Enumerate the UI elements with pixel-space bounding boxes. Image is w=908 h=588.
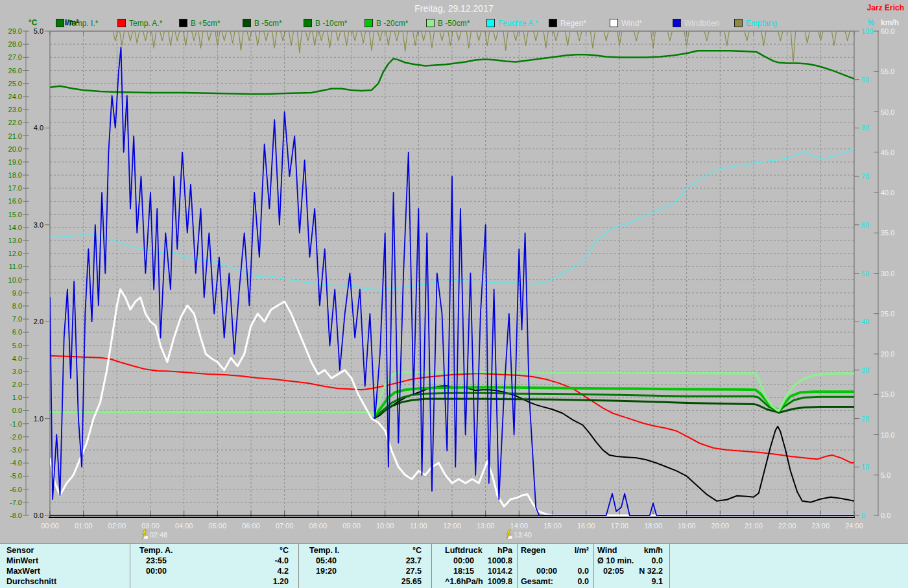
time-marker: 02:48 [143,530,168,539]
time-tick-label: 22:00 [778,522,796,530]
windspeed-tick-label: 15.0 [881,390,894,398]
temp-tick-label: 23.0 [8,106,22,113]
windspeed-tick-label: 0.0 [881,512,890,519]
windspeed-tick-label: 30.0 [881,270,894,277]
time-tick-label: 19:00 [678,522,696,530]
windspeed-tick-label: 60.0 [881,27,894,35]
temp-tick-label: 24.0 [8,93,22,100]
table-separator [130,544,130,588]
windspeed-tick-label: 5.0 [881,471,890,479]
time-tick-label: 03:00 [141,522,160,530]
stat-value: N 32.2 [639,567,663,576]
stat-column-header: Temp. A. [139,546,173,555]
percent-tick-label: 50 [861,270,869,277]
temp-tick-label: 11.0 [8,263,22,270]
temp-tick-label: 10.0 [8,276,22,284]
windspeed-tick-label: 25.0 [881,310,894,318]
table-separator [431,544,432,588]
time-tick-label: 16:00 [577,522,595,530]
windspeed-tick-label: 55.0 [881,67,894,75]
stat-value: 0.0 [652,556,663,565]
stat-value: 23.7 [406,556,422,565]
temp-tick-label: 13.0 [8,237,22,244]
time-tick-label: 24:00 [845,522,863,530]
temp-tick-label: 1.0 [12,394,22,401]
temp-tick-label: 28.0 [8,40,22,48]
time-tick-label: 18:00 [644,522,662,530]
temp-tick-label: 21.0 [8,132,22,140]
percent-tick-label: 100 [861,27,873,35]
axes: -8.0-7.0-6.0-5.0-4.0-3.0-2.0-1.00.01.02.… [8,27,895,530]
stat-time: 05:40 [316,556,337,565]
stat-time: 19:20 [316,567,337,576]
windspeed-tick-label: 40.0 [881,189,894,196]
stat-column-header: Wind [597,546,617,555]
time-tick-label: 09:00 [342,522,361,530]
stat-value: 0.0 [578,577,589,586]
temp-tick-label: 2.0 [12,381,22,388]
percent-tick-label: 10 [861,463,869,471]
marker-time-label: 13:40 [514,531,532,539]
temp-tick-label: 7.0 [12,315,22,323]
stat-value: 1014.2 [488,567,512,576]
temp-tick-label: 16.0 [8,197,22,205]
time-tick-label: 12:00 [443,522,461,530]
stat-value: 9.1 [652,577,663,586]
temp-tick-label: 17.0 [8,184,22,192]
temp-tick-label: 8.0 [12,302,22,310]
time-marker: 13:40 [507,530,532,539]
percent-tick-label: 90 [861,76,869,84]
stat-time: 02:05 [603,567,624,576]
temp-tick-label: -1.0 [10,420,22,428]
time-tick-label: 17:00 [611,522,629,530]
stat-time: 00:00 [536,567,557,576]
temp-tick-label: 6.0 [12,328,22,336]
time-tick-label: 06:00 [242,522,260,530]
time-tick-label: 05:00 [209,522,227,530]
rain-tick-label: 4.0 [34,124,43,132]
percent-tick-label: 80 [861,124,869,132]
stat-time: 23:55 [146,556,167,565]
time-tick-label: 21:00 [745,522,763,530]
stat-column-unit: l/m² [575,546,589,555]
windspeed-tick-label: 35.0 [881,229,894,237]
temp-tick-label: 25.0 [8,80,22,88]
windspeed-tick-label: 45.0 [881,148,894,156]
time-tick-label: 00:00 [41,522,59,530]
time-tick-label: 15:00 [544,522,562,530]
percent-tick-label: 40 [861,318,869,325]
stat-column-header: Luftdruck [445,546,483,555]
time-tick-label: 02:00 [108,522,126,530]
temp-tick-label: -7.0 [10,499,22,506]
table-separator [669,544,670,588]
temp-tick-label: 18.0 [8,171,22,179]
time-tick-label: 23:00 [812,522,830,530]
marker-time-label: 02:48 [150,531,168,539]
stat-time: 00:00 [146,567,167,576]
rain-tick-label: 5.0 [34,27,43,35]
percent-tick-label: 70 [861,172,869,180]
rain-tick-label: 0.0 [34,512,43,519]
table-row-label: Durchschnitt [6,577,56,586]
stat-column-unit: km/h [644,546,663,555]
temp-tick-label: 20.0 [8,145,22,153]
temp-tick-label: -3.0 [10,446,22,454]
windspeed-tick-label: 20.0 [881,350,894,358]
stat-time: Gesamt: [521,577,553,586]
temp-tick-label: 0.0 [12,406,22,414]
stat-value: 1009.8 [488,577,512,586]
stat-value: -4.0 [274,556,289,565]
stat-column-unit: °C [412,546,422,555]
stat-time: Ø 10 min. [597,556,634,565]
temp-tick-label: -8.0 [10,512,22,519]
time-tick-label: 01:00 [75,522,93,530]
temp-tick-label: 15.0 [8,211,22,218]
temp-tick-label: 19.0 [8,158,22,166]
rain-tick-label: 1.0 [34,415,43,423]
stat-time: 18:15 [453,567,474,576]
temp-tick-label: 27.0 [8,53,22,61]
rain-tick-label: 3.0 [34,221,43,229]
temp-tick-label: -2.0 [10,433,22,441]
table-row-label: MaxWert [6,567,40,576]
stat-column-unit: hPa [497,546,512,555]
